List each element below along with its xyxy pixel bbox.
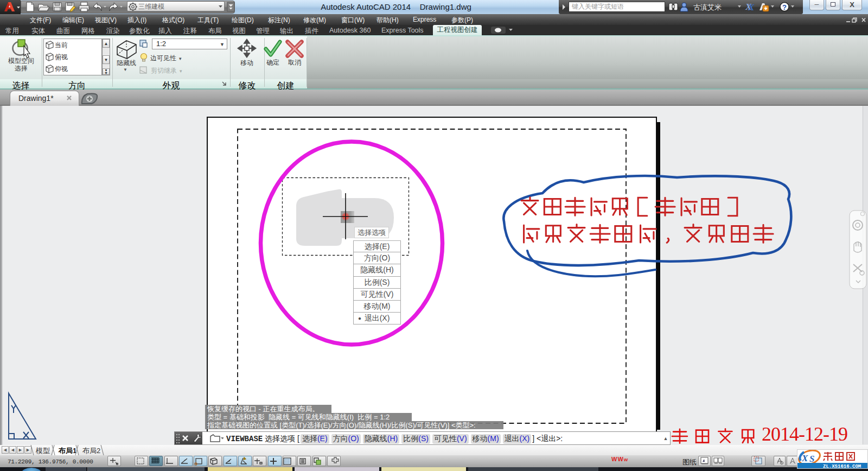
svg-text:ZL.XS1616.COM: ZL.XS1616.COM (823, 464, 861, 469)
svg-text:X: X (748, 2, 755, 12)
svg-text:S: S (809, 454, 814, 464)
svg-text:?: ? (782, 3, 787, 11)
svg-text:X: X (801, 453, 808, 463)
